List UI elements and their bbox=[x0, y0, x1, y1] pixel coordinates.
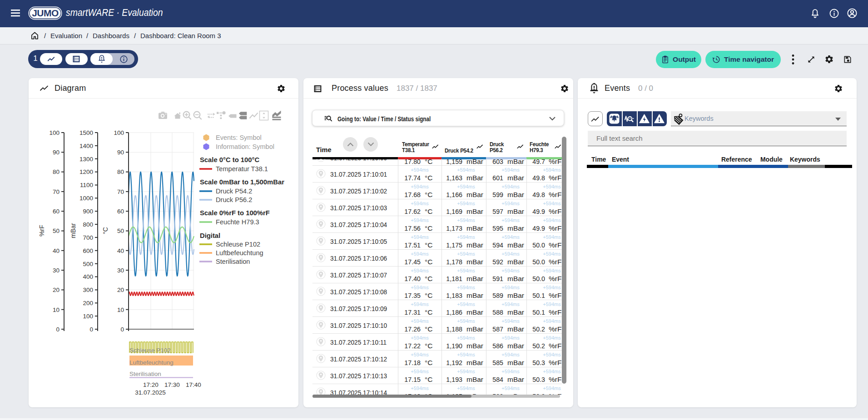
svg-text:0: 0 bbox=[56, 326, 60, 333]
svg-text:10: 10 bbox=[53, 306, 60, 313]
svg-text:100: 100 bbox=[114, 129, 124, 136]
svg-text:10: 10 bbox=[117, 306, 124, 313]
svg-text:Schleuse P102: Schleuse P102 bbox=[129, 347, 171, 354]
svg-text:Feuchte H79.3: Feuchte H79.3 bbox=[216, 218, 259, 226]
svg-text:Sterilisation: Sterilisation bbox=[216, 258, 250, 265]
svg-text:JUMO: JUMO bbox=[32, 8, 59, 18]
svg-text:60: 60 bbox=[53, 208, 60, 215]
svg-text:30: 30 bbox=[117, 267, 124, 274]
svg-text:500: 500 bbox=[83, 261, 93, 267]
svg-text:1000: 1000 bbox=[79, 195, 93, 202]
svg-text:0: 0 bbox=[120, 326, 124, 333]
svg-text:70: 70 bbox=[117, 188, 124, 195]
svg-text:Scale 0°C to 100°C: Scale 0°C to 100°C bbox=[200, 156, 259, 163]
svg-text:Temperatur T38.1: Temperatur T38.1 bbox=[216, 165, 268, 173]
svg-text:1300: 1300 bbox=[79, 156, 93, 163]
svg-text:1200: 1200 bbox=[79, 168, 93, 175]
svg-text:100: 100 bbox=[49, 129, 60, 136]
svg-text:90: 90 bbox=[53, 149, 60, 156]
svg-text:Scale 0%rF to 100%rF: Scale 0%rF to 100%rF bbox=[200, 209, 270, 217]
svg-text:900: 900 bbox=[83, 208, 93, 215]
svg-text:Scale 0mBar to 1,500mBar: Scale 0mBar to 1,500mBar bbox=[200, 178, 284, 186]
svg-text:20: 20 bbox=[117, 287, 124, 293]
svg-text:mBar: mBar bbox=[69, 223, 77, 238]
svg-text:600: 600 bbox=[83, 247, 93, 254]
svg-text:30: 30 bbox=[53, 267, 60, 274]
svg-text:Digital: Digital bbox=[200, 232, 220, 239]
svg-text:0: 0 bbox=[89, 326, 93, 333]
svg-text:60: 60 bbox=[117, 208, 124, 215]
svg-text:400: 400 bbox=[83, 273, 93, 280]
svg-text:Sterilisation: Sterilisation bbox=[129, 371, 161, 377]
svg-text:Druck P56.2: Druck P56.2 bbox=[216, 196, 252, 203]
svg-text:20: 20 bbox=[53, 287, 60, 293]
svg-text:80: 80 bbox=[117, 168, 124, 175]
svg-text:17:30: 17:30 bbox=[164, 381, 180, 388]
svg-text:Luftbefeuchtung: Luftbefeuchtung bbox=[216, 249, 263, 257]
svg-text:1100: 1100 bbox=[80, 182, 93, 188]
svg-text:17:40: 17:40 bbox=[186, 381, 201, 388]
svg-text:1500: 1500 bbox=[79, 129, 93, 136]
svg-text:°C: °C bbox=[102, 227, 109, 234]
svg-text:Druck P54.2: Druck P54.2 bbox=[216, 188, 252, 195]
svg-text:70: 70 bbox=[53, 188, 60, 195]
svg-text:31.07.2025: 31.07.2025 bbox=[135, 389, 166, 396]
svg-text:50: 50 bbox=[53, 227, 60, 234]
svg-text:1400: 1400 bbox=[79, 143, 93, 149]
svg-text:17:20: 17:20 bbox=[143, 381, 159, 388]
svg-text:Luftbefeuchtung: Luftbefeuchtung bbox=[129, 359, 174, 366]
svg-text:90: 90 bbox=[117, 149, 124, 156]
svg-text:200: 200 bbox=[83, 300, 93, 306]
svg-text:100: 100 bbox=[83, 313, 93, 320]
svg-text:80: 80 bbox=[53, 168, 60, 175]
svg-text:40: 40 bbox=[53, 247, 60, 254]
svg-text:40: 40 bbox=[117, 247, 124, 254]
svg-text:50: 50 bbox=[117, 227, 124, 234]
svg-text:Events: Symbol: Events: Symbol bbox=[216, 134, 262, 141]
svg-text:Information: Symbol: Information: Symbol bbox=[216, 143, 274, 150]
svg-text:Schleuse P102: Schleuse P102 bbox=[216, 241, 260, 248]
svg-text:700: 700 bbox=[83, 234, 93, 241]
svg-text:%rF: %rF bbox=[38, 225, 45, 237]
svg-text:300: 300 bbox=[83, 287, 93, 293]
svg-text:800: 800 bbox=[83, 221, 93, 228]
